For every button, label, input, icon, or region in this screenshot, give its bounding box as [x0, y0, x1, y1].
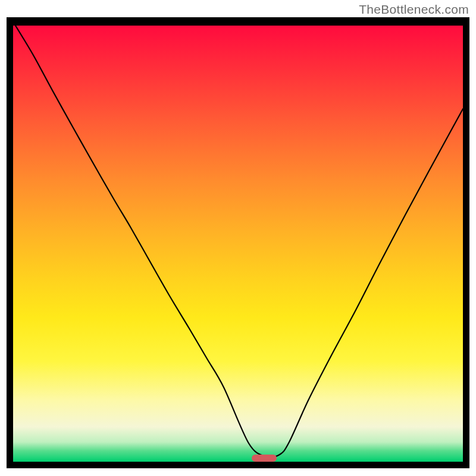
chart-root: TheBottleneck.com: [0, 0, 476, 476]
bottleneck-curve: [15, 26, 463, 457]
bottleneck-marker: [252, 455, 277, 462]
chart-frame: [7, 17, 469, 468]
plot-svg: [13, 26, 463, 462]
plot-area: [13, 26, 463, 462]
watermark-text: TheBottleneck.com: [359, 2, 469, 17]
